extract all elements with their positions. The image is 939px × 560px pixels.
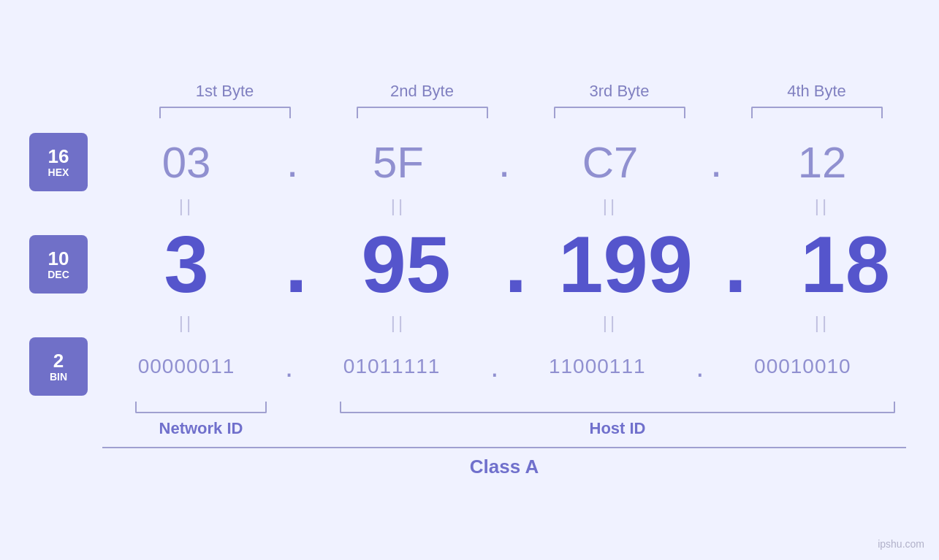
eq2-b3: ||: [512, 312, 709, 333]
byte3-header: 3rd Byte: [521, 82, 718, 101]
hex-b3-cell: C7: [512, 137, 709, 188]
bracket-cell-3: [521, 107, 718, 118]
dec-b2-cell: 95: [308, 224, 505, 304]
bin-row: 00000011 . 01011111 . 11000111 . 0001001…: [88, 337, 939, 396]
eq-row-1: || || || ||: [88, 191, 939, 220]
dec-name: DEC: [47, 269, 69, 280]
hex-b4: 12: [798, 138, 847, 187]
class-line: [102, 447, 906, 448]
hex-row: 03 . 5F . C7 . 12: [88, 133, 939, 191]
hex-b1-cell: 03: [88, 137, 285, 188]
bottom-brackets: [0, 402, 939, 413]
dec-dot-1: .: [285, 224, 308, 304]
bin-dot-1: .: [285, 350, 293, 383]
hex-badge: 16 HEX: [29, 133, 88, 191]
bin-b4-cell: 00010010: [704, 355, 901, 378]
dec-b3: 199: [558, 219, 693, 309]
byte-headers: 1st Byte 2nd Byte 3rd Byte 4th Byte: [0, 82, 939, 101]
hex-b1: 03: [162, 138, 211, 187]
data-grid: 03 . 5F . C7 . 12 || ||: [88, 133, 939, 396]
hex-b2-cell: 5F: [300, 137, 497, 188]
bracket-cell-1: [126, 107, 324, 118]
class-label: Class A: [102, 456, 906, 478]
hex-number: 16: [48, 146, 69, 167]
dec-number: 10: [48, 248, 69, 269]
dec-dot-2: .: [505, 224, 528, 304]
eq1-b3: ||: [512, 196, 709, 216]
labels-row: Network ID Host ID: [0, 419, 939, 438]
hex-b3: C7: [582, 138, 639, 187]
top-brackets: [0, 107, 939, 118]
byte4-header: 4th Byte: [718, 82, 916, 101]
dec-b4: 18: [801, 219, 890, 309]
content-area: 16 HEX 10 DEC 2 BIN 03 . 5F: [0, 133, 939, 396]
bin-b2-cell: 01011111: [293, 355, 490, 378]
bin-number: 2: [53, 350, 64, 372]
eq2-b2: ||: [300, 312, 497, 333]
host-bracket: [340, 402, 895, 413]
eq-row-2: || || || ||: [88, 308, 939, 337]
bin-b2: 01011111: [343, 355, 441, 377]
host-id-label: Host ID: [314, 419, 921, 438]
dec-b2: 95: [361, 219, 450, 309]
dec-b1-cell: 3: [88, 224, 285, 304]
dec-b1: 3: [164, 219, 208, 309]
dec-dot-3: .: [724, 224, 747, 304]
eq2-b1: ||: [88, 312, 285, 333]
main-container: 1st Byte 2nd Byte 3rd Byte 4th Byte 16 H…: [0, 0, 939, 560]
host-bracket-wrap: [314, 402, 921, 413]
bin-b3-cell: 11000111: [498, 355, 696, 378]
top-bracket-3: [554, 107, 685, 118]
bin-name: BIN: [50, 371, 67, 383]
hex-name: HEX: [48, 166, 69, 178]
dec-badge: 10 DEC: [29, 235, 88, 294]
top-bracket-4: [751, 107, 883, 118]
bin-badge: 2 BIN: [29, 337, 88, 396]
hex-b4-cell: 12: [723, 137, 921, 188]
bin-dot-3: .: [696, 350, 704, 383]
hex-dot-2: .: [497, 140, 512, 184]
hex-dot-1: .: [285, 140, 300, 184]
eq2-b4: ||: [723, 312, 921, 333]
dec-b4-cell: 18: [747, 224, 939, 304]
bin-b3: 11000111: [549, 355, 646, 377]
network-id-label: Network ID: [102, 419, 300, 438]
class-row: Class A: [0, 447, 939, 478]
byte1-header: 1st Byte: [126, 82, 324, 101]
bin-dot-2: .: [490, 350, 498, 383]
label-column: 16 HEX 10 DEC 2 BIN: [0, 133, 88, 396]
byte2-header: 2nd Byte: [324, 82, 521, 101]
top-bracket-1: [159, 107, 291, 118]
eq1-b1: ||: [88, 196, 285, 216]
hex-dot-3: .: [709, 140, 723, 184]
bracket-cell-4: [718, 107, 916, 118]
bracket-cell-2: [324, 107, 521, 118]
hex-b2: 5F: [373, 138, 424, 187]
net-bracket: [135, 402, 267, 413]
dec-row: 3 . 95 . 199 . 18: [88, 220, 939, 308]
bin-b4: 00010010: [754, 355, 851, 377]
watermark: ipshu.com: [878, 538, 924, 550]
dec-b3-cell: 199: [527, 224, 724, 304]
eq1-b2: ||: [300, 196, 497, 216]
bin-b1: 00000011: [138, 355, 235, 377]
top-bracket-2: [357, 107, 488, 118]
net-bracket-wrap: [102, 402, 300, 413]
eq1-b4: ||: [723, 196, 921, 216]
bin-b1-cell: 00000011: [88, 355, 285, 378]
